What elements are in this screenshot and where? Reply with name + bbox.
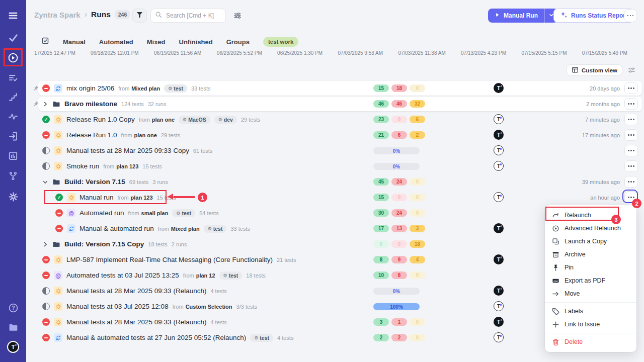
all-runs-icon[interactable] — [41, 37, 49, 47]
menu-item-export-as-pdf[interactable]: PDFExport as PDF — [545, 274, 636, 287]
plan-name[interactable]: small plan — [141, 210, 169, 216]
row-more-button[interactable] — [624, 82, 638, 94]
environment-tag[interactable]: ⚙test — [250, 334, 273, 342]
environment-tag[interactable]: ⚙test — [204, 225, 227, 233]
run-name[interactable]: LMP-587 Implement Real-Time Chat Messagi… — [66, 256, 273, 263]
projects-folder-icon[interactable] — [0, 318, 26, 336]
plan-name[interactable]: plan 123 — [116, 163, 138, 169]
menu-item-pin[interactable]: Pin — [545, 261, 636, 274]
menu-item-link-to-issue[interactable]: Link to Issue — [545, 318, 636, 331]
menu-item-relaunch[interactable]: Relaunch — [545, 209, 636, 222]
row-more-button[interactable] — [624, 145, 638, 156]
group-name[interactable]: Bravo milestone — [64, 100, 117, 108]
tab-manual[interactable]: Manual — [63, 38, 86, 46]
imports-icon[interactable] — [0, 127, 26, 145]
runs-status-report-button[interactable]: Runs Status Report — [553, 9, 634, 23]
shared-steps-icon[interactable] — [0, 69, 26, 87]
assignee-avatar[interactable]: T — [494, 130, 504, 140]
environment-tag[interactable]: ⚙test — [172, 209, 195, 217]
run-row[interactable]: ✓Release Run 1.0 Copyfromplan one⚙MacOS⚙… — [26, 112, 644, 127]
row-more-button[interactable] — [624, 114, 638, 125]
filter-settings-icon[interactable] — [233, 12, 242, 22]
tag-filter-pill[interactable]: test work — [263, 37, 299, 47]
run-name[interactable]: Manual tests at 28 Mar 2025 09:33 (Relau… — [66, 318, 206, 326]
search-input[interactable] — [165, 12, 222, 20]
user-avatar[interactable]: T — [0, 338, 26, 356]
run-name[interactable]: Manual tests at 28 Mar 2025 09:33 (Relau… — [66, 287, 206, 295]
menu-item-launch-a-copy[interactable]: Launch a Copy — [545, 235, 636, 248]
plan-name[interactable]: plan 123 — [131, 195, 153, 201]
assignee-avatar[interactable]: T — [494, 332, 504, 342]
plan-name[interactable]: plan one — [134, 132, 157, 138]
row-more-button[interactable] — [624, 160, 638, 172]
row-more-button[interactable] — [624, 129, 638, 141]
row-more-button[interactable] — [624, 98, 638, 110]
filter-button[interactable] — [132, 9, 147, 23]
plan-name[interactable]: plan one — [152, 117, 175, 123]
environment-tag[interactable]: ⚙test — [164, 84, 187, 93]
group-name[interactable]: Build: Version 7.15 Copy — [64, 240, 144, 248]
menu-item-archive[interactable]: Archive — [545, 248, 636, 261]
assignee-avatar[interactable]: T — [494, 223, 504, 233]
assignee-avatar[interactable]: T — [494, 145, 504, 155]
run-row[interactable]: Manual tests at 28 Mar 2025 09:33 Copy61… — [26, 143, 644, 158]
environment-tag[interactable]: ⚙test — [219, 272, 243, 280]
help-icon[interactable]: ? — [0, 299, 26, 317]
menu-item-move[interactable]: Move — [545, 287, 636, 300]
run-name[interactable]: Manual & automated run — [79, 225, 154, 232]
menu-icon[interactable] — [0, 7, 26, 25]
row-more-button[interactable] — [624, 176, 638, 188]
integrations-branch-icon[interactable] — [0, 167, 26, 185]
tab-groups[interactable]: Groups — [226, 38, 250, 46]
reports-chart-icon[interactable] — [0, 147, 26, 165]
search-box[interactable] — [150, 9, 226, 23]
runs-play-icon[interactable] — [0, 49, 26, 67]
milestones-steps-icon[interactable] — [0, 88, 26, 106]
custom-view-button[interactable]: Custom view — [567, 64, 622, 76]
assignee-avatar[interactable]: T — [494, 301, 504, 311]
chevron-right-icon[interactable] — [42, 101, 48, 107]
menu-item-advanced-relaunch[interactable]: Advanced Relaunch — [545, 222, 636, 235]
tab-automated[interactable]: Automated — [99, 38, 133, 46]
run-name[interactable]: Manual tests at 03 Jul 2025 12:08 — [66, 303, 169, 310]
assignee-avatar[interactable]: T — [494, 317, 504, 327]
run-name[interactable]: Smoke run — [66, 162, 99, 170]
run-name[interactable]: Release Run 1.0 — [66, 131, 117, 139]
run-name[interactable]: Automated tests at 03 Jul 2025 13:25 — [66, 272, 179, 279]
run-row[interactable]: Build: Version 7.1569 tests3 runs4524039… — [26, 174, 644, 190]
run-row[interactable]: ✓Manual runfromplan 12315 tests1500Tan h… — [26, 190, 644, 205]
view-settings-icon[interactable] — [628, 66, 635, 76]
environment-tag[interactable]: ⚙dev — [214, 116, 237, 124]
header-more-button[interactable] — [624, 9, 637, 22]
run-name[interactable]: Automated run — [79, 209, 124, 217]
row-more-button[interactable] — [624, 192, 638, 203]
assignee-avatar[interactable]: T — [494, 114, 504, 124]
run-name[interactable]: Manual & automated tests at 27 Jun 2025 … — [66, 334, 246, 341]
assignee-avatar[interactable]: T — [494, 83, 504, 93]
assignee-avatar[interactable]: T — [494, 286, 504, 296]
run-name[interactable]: Manual tests at 28 Mar 2025 09:33 Copy — [66, 147, 189, 154]
run-name[interactable]: Release Run 1.0 Copy — [66, 116, 135, 123]
run-row[interactable]: Release Run 1.0fromplan one29 tests2162T… — [26, 127, 644, 143]
menu-item-labels[interactable]: Labels — [545, 305, 636, 318]
plan-name[interactable]: Mixed plan — [131, 85, 160, 92]
assignee-avatar[interactable]: T — [494, 161, 504, 171]
manual-run-button[interactable]: Manual Run — [488, 9, 544, 23]
menu-item-delete[interactable]: Delete — [545, 335, 636, 348]
assignee-avatar[interactable]: T — [494, 192, 504, 202]
testcases-check-icon[interactable] — [0, 29, 26, 47]
plan-name[interactable]: plan 12 — [196, 273, 215, 279]
environment-tag[interactable]: ⚙MacOS — [179, 116, 210, 124]
run-name[interactable]: Manual run — [79, 194, 114, 201]
assignee-avatar[interactable]: T — [494, 254, 504, 264]
tab-mixed[interactable]: Mixed — [147, 38, 166, 46]
settings-gear-icon[interactable] — [0, 188, 26, 206]
tab-unfinished[interactable]: Unfinished — [179, 38, 213, 46]
run-row[interactable]: mix origin 25/06fromMixed plan⚙test33 te… — [26, 80, 644, 96]
plan-name[interactable]: Mixed plan — [171, 226, 200, 232]
chevron-right-icon[interactable] — [42, 241, 48, 247]
run-row[interactable]: Smoke runfromplan 12315 tests0%T — [26, 158, 644, 174]
breadcrumb-project[interactable]: Zyntra Spark — [34, 11, 80, 19]
chevron-down-icon[interactable] — [42, 179, 48, 185]
group-name[interactable]: Build: Version 7.15 — [64, 178, 125, 186]
